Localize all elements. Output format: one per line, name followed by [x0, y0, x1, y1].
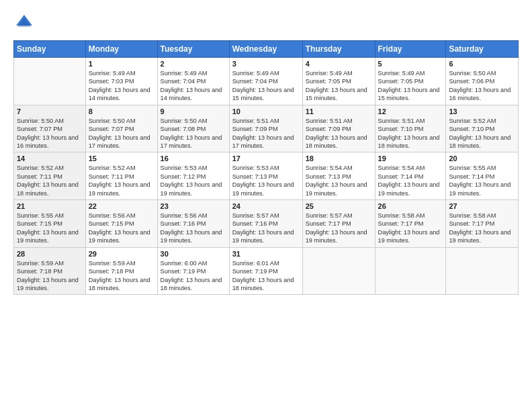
- page: SundayMondayTuesdayWednesdayThursdayFrid…: [0, 0, 532, 411]
- day-number: 3: [232, 60, 300, 68]
- calendar-cell: 16Sunrise: 5:53 AM Sunset: 7:12 PM Dayli…: [157, 152, 229, 200]
- calendar-cell: 18Sunrise: 5:54 AM Sunset: 7:13 PM Dayli…: [302, 152, 375, 200]
- day-content: Sunrise: 5:54 AM Sunset: 7:13 PM Dayligh…: [306, 164, 372, 197]
- day-content: Sunrise: 5:49 AM Sunset: 7:04 PM Dayligh…: [232, 69, 300, 103]
- calendar-cell: [14, 58, 86, 105]
- calendar-cell: [375, 247, 446, 295]
- calendar-cell: [302, 247, 375, 295]
- day-content: Sunrise: 5:49 AM Sunset: 7:05 PM Dayligh…: [306, 69, 372, 103]
- day-number: 5: [378, 60, 443, 68]
- day-number: 19: [378, 154, 443, 163]
- day-content: Sunrise: 5:50 AM Sunset: 7:06 PM Dayligh…: [449, 69, 515, 103]
- day-number: 28: [17, 250, 83, 258]
- day-content: Sunrise: 5:59 AM Sunset: 7:18 PM Dayligh…: [17, 259, 83, 293]
- calendar-cell: 3Sunrise: 5:49 AM Sunset: 7:04 PM Daylig…: [229, 58, 302, 105]
- day-content: Sunrise: 5:51 AM Sunset: 7:09 PM Dayligh…: [306, 117, 372, 150]
- day-content: Sunrise: 5:53 AM Sunset: 7:12 PM Dayligh…: [161, 164, 226, 197]
- calendar-week-row: 21Sunrise: 5:55 AM Sunset: 7:15 PM Dayli…: [14, 200, 519, 248]
- calendar-cell: 28Sunrise: 5:59 AM Sunset: 7:18 PM Dayli…: [14, 247, 86, 295]
- day-content: Sunrise: 5:50 AM Sunset: 7:08 PM Dayligh…: [161, 117, 226, 150]
- calendar-cell: 29Sunrise: 5:59 AM Sunset: 7:18 PM Dayli…: [85, 247, 157, 295]
- day-number: 11: [306, 107, 372, 116]
- weekday-header-saturday: Saturday: [446, 41, 519, 58]
- day-content: Sunrise: 5:50 AM Sunset: 7:07 PM Dayligh…: [89, 117, 154, 150]
- day-content: Sunrise: 5:49 AM Sunset: 7:04 PM Dayligh…: [161, 69, 226, 103]
- day-number: 12: [378, 107, 443, 116]
- day-number: 13: [449, 107, 515, 116]
- day-content: Sunrise: 5:56 AM Sunset: 7:15 PM Dayligh…: [89, 212, 154, 245]
- calendar-cell: 20Sunrise: 5:55 AM Sunset: 7:14 PM Dayli…: [446, 152, 519, 200]
- calendar-cell: 12Sunrise: 5:51 AM Sunset: 7:10 PM Dayli…: [375, 105, 446, 152]
- calendar-table: SundayMondayTuesdayWednesdayThursdayFrid…: [13, 40, 519, 295]
- day-number: 29: [89, 250, 154, 258]
- calendar-cell: [446, 247, 519, 295]
- day-content: Sunrise: 6:01 AM Sunset: 7:19 PM Dayligh…: [232, 259, 300, 293]
- day-content: Sunrise: 5:49 AM Sunset: 7:03 PM Dayligh…: [89, 69, 154, 103]
- calendar-week-row: 1Sunrise: 5:49 AM Sunset: 7:03 PM Daylig…: [14, 58, 519, 105]
- day-number: 30: [161, 250, 226, 258]
- calendar-cell: 7Sunrise: 5:50 AM Sunset: 7:07 PM Daylig…: [14, 105, 86, 152]
- calendar-cell: 27Sunrise: 5:58 AM Sunset: 7:17 PM Dayli…: [446, 200, 519, 248]
- day-content: Sunrise: 5:57 AM Sunset: 7:16 PM Dayligh…: [232, 212, 300, 245]
- day-number: 15: [89, 154, 154, 163]
- day-content: Sunrise: 5:51 AM Sunset: 7:10 PM Dayligh…: [378, 117, 443, 150]
- day-content: Sunrise: 5:59 AM Sunset: 7:18 PM Dayligh…: [89, 259, 154, 293]
- day-content: Sunrise: 5:54 AM Sunset: 7:14 PM Dayligh…: [378, 164, 443, 197]
- day-number: 7: [17, 107, 83, 116]
- day-content: Sunrise: 5:57 AM Sunset: 7:17 PM Dayligh…: [306, 212, 372, 245]
- calendar-cell: 2Sunrise: 5:49 AM Sunset: 7:04 PM Daylig…: [157, 58, 229, 105]
- calendar-cell: 24Sunrise: 5:57 AM Sunset: 7:16 PM Dayli…: [229, 200, 302, 248]
- calendar-week-row: 28Sunrise: 5:59 AM Sunset: 7:18 PM Dayli…: [14, 247, 519, 295]
- calendar-cell: 22Sunrise: 5:56 AM Sunset: 7:15 PM Dayli…: [85, 200, 157, 248]
- calendar-cell: 21Sunrise: 5:55 AM Sunset: 7:15 PM Dayli…: [14, 200, 86, 248]
- calendar-cell: 11Sunrise: 5:51 AM Sunset: 7:09 PM Dayli…: [302, 105, 375, 152]
- calendar-cell: 17Sunrise: 5:53 AM Sunset: 7:13 PM Dayli…: [229, 152, 302, 200]
- day-number: 2: [161, 60, 226, 68]
- day-number: 9: [161, 107, 226, 116]
- day-number: 20: [449, 154, 515, 163]
- day-number: 22: [89, 202, 154, 210]
- day-number: 21: [17, 202, 83, 210]
- weekday-header-wednesday: Wednesday: [229, 41, 302, 58]
- day-number: 27: [449, 202, 515, 210]
- day-content: Sunrise: 5:50 AM Sunset: 7:07 PM Dayligh…: [17, 117, 83, 150]
- day-number: 31: [232, 250, 300, 258]
- day-content: Sunrise: 6:00 AM Sunset: 7:19 PM Dayligh…: [161, 259, 226, 293]
- weekday-header-monday: Monday: [85, 41, 157, 58]
- logo: [13, 12, 38, 34]
- day-number: 16: [161, 154, 226, 163]
- calendar-week-row: 14Sunrise: 5:52 AM Sunset: 7:11 PM Dayli…: [14, 152, 519, 200]
- logo-icon: [13, 12, 35, 34]
- weekday-header-thursday: Thursday: [302, 41, 375, 58]
- day-content: Sunrise: 5:58 AM Sunset: 7:17 PM Dayligh…: [378, 212, 443, 245]
- day-number: 17: [232, 154, 300, 163]
- calendar-week-row: 7Sunrise: 5:50 AM Sunset: 7:07 PM Daylig…: [14, 105, 519, 152]
- day-number: 23: [161, 202, 226, 210]
- day-content: Sunrise: 5:49 AM Sunset: 7:05 PM Dayligh…: [378, 69, 443, 103]
- day-content: Sunrise: 5:53 AM Sunset: 7:13 PM Dayligh…: [232, 164, 300, 197]
- day-content: Sunrise: 5:55 AM Sunset: 7:14 PM Dayligh…: [449, 164, 515, 197]
- day-number: 1: [89, 60, 154, 68]
- day-number: 10: [232, 107, 300, 116]
- calendar-cell: 1Sunrise: 5:49 AM Sunset: 7:03 PM Daylig…: [85, 58, 157, 105]
- calendar-cell: 19Sunrise: 5:54 AM Sunset: 7:14 PM Dayli…: [375, 152, 446, 200]
- calendar-cell: 15Sunrise: 5:52 AM Sunset: 7:11 PM Dayli…: [85, 152, 157, 200]
- day-content: Sunrise: 5:52 AM Sunset: 7:10 PM Dayligh…: [449, 117, 515, 150]
- calendar-cell: 14Sunrise: 5:52 AM Sunset: 7:11 PM Dayli…: [14, 152, 86, 200]
- calendar-cell: 6Sunrise: 5:50 AM Sunset: 7:06 PM Daylig…: [446, 58, 519, 105]
- calendar-cell: 26Sunrise: 5:58 AM Sunset: 7:17 PM Dayli…: [375, 200, 446, 248]
- calendar-header-row: SundayMondayTuesdayWednesdayThursdayFrid…: [14, 41, 519, 58]
- calendar-cell: 5Sunrise: 5:49 AM Sunset: 7:05 PM Daylig…: [375, 58, 446, 105]
- day-number: 14: [17, 154, 83, 163]
- calendar-cell: 25Sunrise: 5:57 AM Sunset: 7:17 PM Dayli…: [302, 200, 375, 248]
- calendar-cell: 8Sunrise: 5:50 AM Sunset: 7:07 PM Daylig…: [85, 105, 157, 152]
- calendar-cell: 10Sunrise: 5:51 AM Sunset: 7:09 PM Dayli…: [229, 105, 302, 152]
- header: [13, 12, 519, 34]
- day-number: 24: [232, 202, 300, 210]
- calendar-cell: 9Sunrise: 5:50 AM Sunset: 7:08 PM Daylig…: [157, 105, 229, 152]
- day-content: Sunrise: 5:56 AM Sunset: 7:16 PM Dayligh…: [161, 212, 226, 245]
- calendar-cell: 13Sunrise: 5:52 AM Sunset: 7:10 PM Dayli…: [446, 105, 519, 152]
- calendar-cell: 4Sunrise: 5:49 AM Sunset: 7:05 PM Daylig…: [302, 58, 375, 105]
- day-number: 8: [89, 107, 154, 116]
- day-number: 18: [306, 154, 372, 163]
